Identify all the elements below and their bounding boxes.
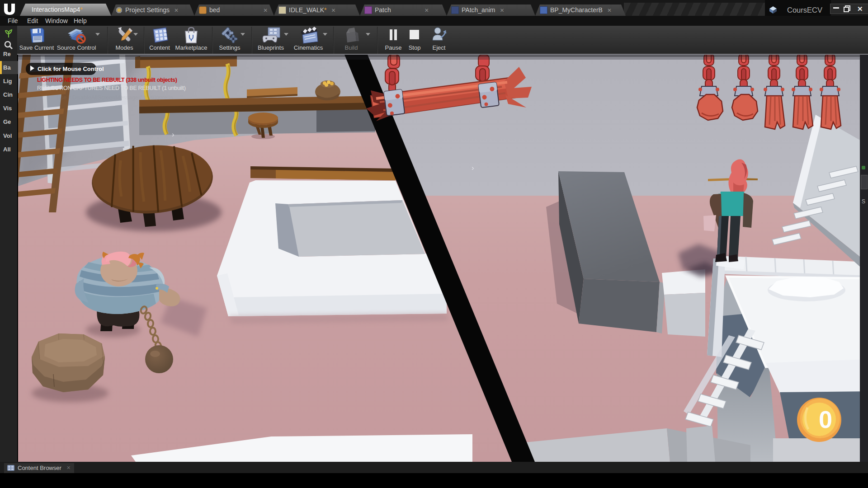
svg-text:›: › [472,164,474,172]
svg-text:›: › [172,130,175,139]
svg-text:0: 0 [819,406,832,433]
